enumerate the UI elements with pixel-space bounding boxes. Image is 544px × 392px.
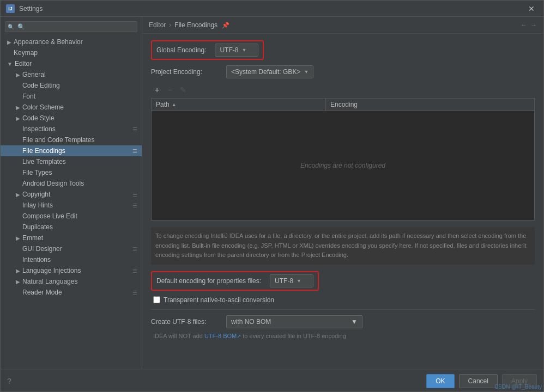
remove-button[interactable]: −	[164, 84, 176, 96]
sidebar-item-inlay-hints[interactable]: Inlay Hints ☰	[1, 200, 142, 211]
sidebar-item-live-templates[interactable]: Live Templates	[1, 156, 142, 167]
sidebar: ▶ Appearance & Behavior Keymap ▼ Editor …	[1, 17, 142, 370]
props-encoding-dropdown[interactable]: UTF-8 ▼	[270, 274, 313, 287]
edit-button[interactable]: ✎	[177, 84, 189, 96]
divider	[151, 309, 535, 310]
settings-window: IJ Settings ✕ ▶ Appearance & Behavior Ke…	[0, 0, 544, 392]
breadcrumb-separator: ›	[169, 21, 171, 29]
sidebar-item-gui-designer[interactable]: GUI Designer ☰	[1, 243, 142, 254]
chevron-down-icon-3: ▼	[297, 278, 301, 284]
sidebar-item-duplicates[interactable]: Duplicates	[1, 222, 142, 232]
encoding-column-header[interactable]: Encoding	[326, 99, 534, 111]
encodings-table: Path ▲ Encoding Encodings are not config…	[151, 98, 535, 220]
sidebar-item-editor[interactable]: ▼ Editor	[1, 58, 142, 69]
breadcrumb-bar: Editor › File Encodings 📌 ← →	[142, 17, 543, 34]
nav-back-arrow[interactable]: ←	[521, 21, 527, 29]
search-box[interactable]	[5, 21, 137, 32]
sidebar-item-font[interactable]: Font	[1, 91, 142, 102]
props-encoding-label: Default encoding for properties files:	[156, 277, 261, 285]
sidebar-item-copyright[interactable]: ▶ Copyright ☰	[1, 189, 142, 200]
project-encoding-row: Project Encoding: <System Default: GBK> …	[151, 65, 535, 78]
search-input[interactable]	[5, 21, 137, 32]
ok-button[interactable]: OK	[426, 374, 454, 388]
nav-forward-arrow[interactable]: →	[530, 21, 537, 29]
watermark: CSDN @IT_Beauty	[494, 384, 542, 390]
sidebar-item-general[interactable]: ▶ General	[1, 69, 142, 80]
create-files-dropdown[interactable]: with NO BOM ▼	[226, 315, 362, 328]
pin-icon[interactable]: 📌	[222, 22, 229, 29]
transparent-checkbox-row: Transparent native-to-ascii conversion	[151, 296, 535, 304]
sidebar-item-file-encodings[interactable]: File Encodings ☰	[1, 145, 142, 156]
create-files-label: Create UTF-8 files:	[151, 318, 222, 326]
create-files-row: Create UTF-8 files: with NO BOM ▼	[151, 315, 535, 328]
chevron-down-icon-2: ▼	[304, 69, 309, 75]
chevron-down-icon: ▼	[241, 47, 246, 53]
sidebar-item-color-scheme[interactable]: ▶ Color Scheme	[1, 102, 142, 113]
bom-note: IDEA will NOT add UTF-8 BOM↗ to every cr…	[151, 333, 535, 339]
global-encoding-label: Global Encoding:	[156, 46, 206, 54]
sidebar-item-intentions[interactable]: Intentions	[1, 254, 142, 265]
transparent-label[interactable]: Transparent native-to-ascii conversion	[164, 296, 274, 304]
breadcrumb-current: File Encodings	[174, 21, 217, 29]
sidebar-item-file-types[interactable]: File Types	[1, 167, 142, 178]
project-encoding-label: Project Encoding:	[151, 68, 222, 76]
app-icon: IJ	[6, 4, 15, 13]
chevron-down-icon-4: ▼	[351, 318, 358, 326]
sidebar-item-compose-live-edit[interactable]: Compose Live Edit	[1, 211, 142, 222]
nav-arrows: ← →	[521, 21, 537, 29]
project-encoding-dropdown[interactable]: <System Default: GBK> ▼	[226, 65, 313, 78]
utf8-bom-link[interactable]: UTF-8 BOM	[204, 333, 237, 339]
info-text: To change encoding IntelliJ IDEA uses fo…	[151, 227, 535, 265]
sidebar-item-inspections[interactable]: Inspections ☰	[1, 124, 142, 134]
bottom-bar: ? OK Cancel Apply	[1, 370, 543, 391]
path-column-header[interactable]: Path ▲	[152, 99, 326, 111]
transparent-checkbox[interactable]	[153, 296, 160, 303]
help-button[interactable]: ?	[7, 377, 11, 385]
sidebar-item-natural-languages[interactable]: ▶ Natural Languages	[1, 276, 142, 287]
window-title: Settings	[19, 5, 525, 13]
sidebar-item-code-style[interactable]: ▶ Code Style	[1, 113, 142, 124]
sidebar-item-emmet[interactable]: ▶ Emmet	[1, 232, 142, 243]
sidebar-item-keymap[interactable]: Keymap	[1, 47, 142, 58]
sidebar-item-language-injections[interactable]: ▶ Language Injections ☰	[1, 265, 142, 276]
sidebar-item-appearance[interactable]: ▶ Appearance & Behavior	[1, 36, 142, 47]
add-button[interactable]: +	[151, 84, 163, 96]
sidebar-item-android-design-tools[interactable]: Android Design Tools	[1, 178, 142, 189]
titlebar: IJ Settings ✕	[1, 1, 543, 17]
sort-arrow-icon: ▲	[172, 102, 177, 107]
close-button[interactable]: ✕	[525, 3, 538, 14]
global-encoding-dropdown[interactable]: UTF-8 ▼	[215, 44, 258, 57]
toolbar: + − ✎	[151, 84, 535, 96]
main-panel: Editor › File Encodings 📌 ← → Global Enc…	[142, 17, 543, 370]
settings-body: Global Encoding: UTF-8 ▼ Project Encodin…	[142, 34, 543, 370]
cancel-button[interactable]: Cancel	[459, 374, 498, 388]
sidebar-item-reader-mode[interactable]: Reader Mode ☰	[1, 287, 142, 298]
sidebar-item-code-editing[interactable]: Code Editing	[1, 80, 142, 91]
table-empty-message: Encodings are not configured	[152, 111, 534, 220]
table-header: Path ▲ Encoding	[152, 99, 534, 111]
breadcrumb-parent: Editor	[149, 21, 166, 29]
sidebar-item-file-code-templates[interactable]: File and Code Templates	[1, 134, 142, 145]
